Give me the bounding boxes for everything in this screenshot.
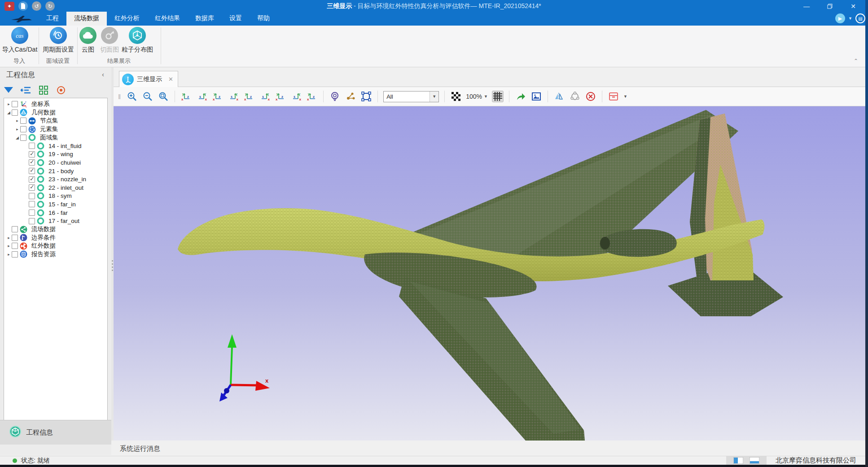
toolbar-drag-handle[interactable]: ‖ — [118, 93, 121, 100]
tree-item[interactable]: 20 - chuiwei — [4, 158, 107, 167]
tree-checkbox[interactable] — [29, 159, 35, 166]
mirror-icon[interactable] — [553, 91, 565, 102]
tree-item[interactable]: 14 - int_fluid — [4, 142, 107, 150]
tree-item[interactable]: 19 - wing — [4, 150, 107, 159]
menu-item-帮助[interactable]: 帮助 — [250, 12, 277, 26]
dropdown-arrow-icon[interactable]: ▼ — [430, 92, 438, 102]
app-icon[interactable]: ✦ — [4, 2, 14, 11]
manual-icon[interactable]: ▤ — [855, 13, 865, 23]
tree-item[interactable]: 16 - far — [4, 209, 107, 217]
tab-close-icon[interactable]: ✕ — [168, 76, 173, 83]
display-filter-dropdown[interactable]: All ▼ — [383, 91, 439, 102]
transparency-icon[interactable] — [450, 91, 462, 102]
new-document-icon[interactable] — [18, 1, 28, 11]
view-iso-sw-icon[interactable]: xzy — [306, 91, 318, 102]
redo-icon[interactable]: ↻ — [45, 1, 55, 11]
tree-checkbox[interactable] — [12, 243, 18, 249]
tree-checkbox[interactable] — [20, 135, 26, 141]
mesh-grid-toggle[interactable] — [492, 91, 504, 102]
tree-checkbox[interactable] — [12, 109, 18, 116]
view-iso-ne-icon[interactable]: xzy — [275, 91, 286, 102]
import-cas-dat-button[interactable]: cas 导入Cas/Dat — [1, 27, 39, 54]
tab-3d-view[interactable]: 三维显示 ✕ — [119, 71, 178, 87]
expander-icon[interactable]: ▸ — [6, 102, 12, 106]
tree-item[interactable]: 23 - nozzle_in — [4, 175, 107, 183]
menu-item-数据库[interactable]: 数据库 — [188, 12, 222, 26]
zoom-out-icon[interactable] — [142, 91, 153, 102]
tree-item[interactable]: 22 - inlet_out — [4, 183, 107, 192]
tree-item[interactable]: 15 - far_in — [4, 200, 107, 209]
tree-item[interactable]: ◢面域集 — [4, 133, 107, 142]
tree-checkbox[interactable] — [20, 126, 26, 132]
view-front-icon[interactable]: xzy — [180, 91, 192, 102]
tree-checkbox[interactable] — [29, 201, 35, 207]
light-icon[interactable] — [329, 91, 341, 102]
expander-icon[interactable]: ▸ — [6, 252, 12, 257]
view-top-icon[interactable]: xzy — [243, 91, 255, 102]
ribbon-collapse-icon[interactable]: ⌃ — [854, 58, 858, 64]
tree-item[interactable]: 18 - sym — [4, 192, 107, 201]
expander-icon[interactable]: ◢ — [14, 135, 20, 140]
tree-item[interactable]: ▸元素集 — [4, 125, 107, 134]
tree-checkbox[interactable] — [12, 226, 18, 232]
menu-item-红外结果[interactable]: 红外结果 — [147, 12, 188, 26]
view-back-icon[interactable]: xzy — [196, 91, 208, 102]
viewport-3d[interactable]: x — [114, 106, 865, 441]
panel-collapse-icon[interactable]: ‹ — [102, 70, 104, 78]
tree-item[interactable]: ▸报告资源 — [4, 250, 107, 259]
select-box-icon[interactable] — [360, 91, 372, 102]
chevron-down-icon[interactable]: ▼ — [623, 94, 627, 99]
tree-checkbox[interactable] — [29, 151, 35, 157]
zoom-window-icon[interactable] — [158, 91, 169, 102]
tree-checkbox[interactable] — [12, 101, 18, 107]
locate-icon[interactable] — [55, 84, 67, 96]
layout-left-panel-icon[interactable] — [733, 457, 743, 464]
tree-checkbox[interactable] — [29, 168, 35, 174]
zoom-level-control[interactable]: 100%▼ — [466, 93, 488, 100]
tree-item[interactable]: ▸边界条件 — [4, 234, 107, 242]
undo-icon[interactable]: ↺ — [32, 1, 41, 11]
clear-view-icon[interactable] — [585, 91, 596, 102]
layout-bottom-panel-icon[interactable] — [750, 457, 759, 464]
tree-item[interactable]: 21 - body — [4, 167, 107, 175]
tree-checkbox[interactable] — [29, 143, 35, 149]
menu-item-工程[interactable]: 工程 — [39, 12, 66, 26]
tree-item[interactable]: ▸红外数据 — [4, 242, 107, 250]
tree-checkbox[interactable] — [12, 251, 18, 258]
snapshot-icon[interactable] — [530, 91, 542, 102]
expander-icon[interactable]: ▸ — [14, 118, 20, 123]
help-video-icon[interactable]: ▶ — [835, 13, 845, 23]
particle-distribution-button[interactable]: 粒子分布图 — [116, 27, 159, 54]
link-ring-icon[interactable] — [569, 91, 581, 102]
view-bottom-icon[interactable]: xzy — [259, 91, 271, 102]
tree-checkbox[interactable] — [29, 218, 35, 224]
expander-icon[interactable]: ▸ — [14, 127, 20, 131]
project-panel-footer-tab[interactable]: 工程信息 — [0, 420, 111, 445]
expander-icon[interactable]: ▸ — [6, 244, 12, 248]
view-left-icon[interactable]: xzy — [212, 91, 224, 102]
list-expand-icon[interactable] — [20, 84, 32, 96]
minimize-button[interactable]: — — [801, 1, 812, 11]
restore-button[interactable] — [824, 1, 836, 11]
zoom-in-icon[interactable] — [126, 91, 138, 102]
menu-item-流场数据[interactable]: 流场数据 — [66, 12, 107, 26]
tree-item[interactable]: 流场数据 — [4, 225, 107, 234]
tree-checkbox[interactable] — [29, 176, 35, 183]
expander-icon[interactable]: ▸ — [6, 236, 12, 240]
tree-checkbox[interactable] — [20, 118, 26, 124]
filter-icon[interactable] — [3, 84, 14, 96]
view-iso-nw-icon[interactable]: xzy — [290, 91, 302, 102]
particle-trace-icon[interactable] — [345, 91, 356, 102]
tree-checkbox[interactable] — [29, 209, 35, 216]
export-icon[interactable] — [515, 91, 526, 102]
tree-item[interactable]: ▸节点集 — [4, 117, 107, 125]
menu-item-设置[interactable]: 设置 — [222, 12, 250, 26]
tree-item[interactable]: ◢几何数据 — [4, 109, 107, 117]
close-button[interactable]: ✕ — [847, 1, 859, 11]
tree-item[interactable]: 17 - far_out — [4, 217, 107, 225]
archive-box-icon[interactable] — [608, 91, 619, 102]
tree-checkbox[interactable] — [29, 193, 35, 199]
tree-checkbox[interactable] — [12, 235, 18, 241]
tree-checkbox[interactable] — [29, 184, 35, 191]
menu-item-红外分析[interactable]: 红外分析 — [107, 12, 147, 26]
